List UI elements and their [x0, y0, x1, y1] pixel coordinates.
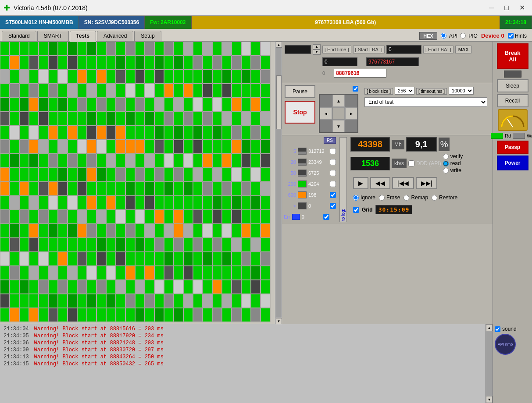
- end-time-input[interactable]: [285, 45, 311, 54]
- start-lba-input[interactable]: [386, 45, 421, 54]
- nav-left[interactable]: ◄: [320, 107, 332, 120]
- speed-count-5: 312712: [308, 148, 328, 154]
- kbs-unit: kb/s: [392, 159, 407, 168]
- sound-checkbox[interactable]: [495, 326, 500, 332]
- log-scroll-track[interactable]: [486, 331, 493, 396]
- ignore-radio[interactable]: [353, 195, 359, 201]
- tab-tests[interactable]: Tests: [70, 31, 96, 42]
- log-scrollbar[interactable]: ▲ ▼: [486, 324, 493, 403]
- device-bar: ST500LM012 HN-M500MBB SN: S2SVJ9DC500356…: [0, 16, 532, 29]
- end-of-test-select[interactable]: End of test Ignore errors Stop on error …: [364, 97, 487, 107]
- speed-rows: RS 5 312712 20: [284, 137, 336, 222]
- block-size-select[interactable]: 64128256512: [395, 87, 414, 95]
- log-time: 21:34:09: [4, 347, 29, 353]
- tab-advanced[interactable]: Advanced: [97, 31, 133, 41]
- write-radio[interactable]: [443, 168, 449, 173]
- recall-button[interactable]: Recall: [497, 94, 528, 107]
- scan-scrollbar[interactable]: ▲ ▼: [275, 42, 282, 324]
- nav-down[interactable]: ▼: [332, 120, 345, 132]
- speed-count-gt: 0: [308, 203, 328, 209]
- erase-radio[interactable]: [379, 195, 385, 201]
- speed-check-5[interactable]: [330, 148, 336, 154]
- err-check[interactable]: [323, 214, 329, 220]
- stop-button[interactable]: Stop: [285, 101, 315, 124]
- lba-top-row: ▲ ▼ [ End time ] [ Start LBA: ] [ End LB…: [285, 44, 490, 55]
- max-button[interactable]: MAX: [455, 46, 472, 53]
- rewind-button[interactable]: ◀◀: [370, 177, 390, 189]
- hints-checkbox[interactable]: [508, 33, 514, 39]
- speed-check-20[interactable]: [330, 159, 336, 165]
- speed-check-600[interactable]: [330, 192, 336, 198]
- scroll-track[interactable]: [276, 48, 282, 318]
- minimize-button[interactable]: ─: [486, 3, 497, 13]
- fw-value: 2AR10002: [161, 19, 186, 25]
- log-entry: 21:34:15Warning! Block start at 88850432…: [4, 361, 482, 367]
- read-radio[interactable]: [443, 161, 449, 166]
- current-lba-input[interactable]: [334, 69, 386, 78]
- speed-label-5: 5: [284, 148, 296, 154]
- verify-radio[interactable]: [443, 154, 449, 159]
- tab-standard[interactable]: Standard: [2, 31, 36, 41]
- log-time: 21:34:06: [4, 340, 29, 346]
- power-button[interactable]: Power: [497, 156, 528, 170]
- speed-check-gt[interactable]: [330, 203, 336, 209]
- speed-check-50[interactable]: [330, 170, 336, 176]
- speed-fill-600: [298, 192, 306, 198]
- scroll-thumb[interactable]: [276, 75, 282, 129]
- restore-radio[interactable]: [432, 195, 437, 201]
- speed-count-600: 198: [308, 192, 328, 198]
- stats-section: RS 5 312712 20: [282, 135, 493, 224]
- tab-smart[interactable]: SMART: [37, 31, 69, 41]
- nav-center[interactable]: [332, 107, 345, 120]
- grid-checkbox[interactable]: [353, 207, 359, 213]
- pio-radio[interactable]: [460, 33, 466, 39]
- radio-ops: verify read write: [443, 153, 463, 173]
- ddd-row: DDD (API): [408, 160, 441, 166]
- pio-label: PIO: [468, 33, 478, 39]
- log-entry: 21:34:13Warning! Block start at 88843264…: [4, 354, 482, 360]
- skip-prev-button[interactable]: |◀◀: [392, 177, 414, 189]
- lba-current-row: 0: [285, 69, 490, 78]
- log-scroll-down[interactable]: ▼: [486, 396, 493, 403]
- speed-bar-5: [298, 148, 307, 155]
- nav-up[interactable]: ▲: [332, 95, 345, 107]
- sleep-button[interactable]: Sleep: [497, 79, 528, 92]
- skip-next-button[interactable]: ▶▶|: [416, 177, 438, 189]
- tab-setup[interactable]: Setup: [134, 31, 161, 41]
- nav-right[interactable]: ►: [345, 107, 357, 120]
- remap-radio[interactable]: [403, 195, 409, 201]
- log-message: Warning! Block start at 88815616 = 203 m…: [34, 326, 164, 332]
- api-radio[interactable]: [441, 33, 446, 39]
- log-time: 21:34:15: [4, 361, 29, 367]
- spinner-down[interactable]: ▼: [313, 49, 321, 55]
- speed-check-200[interactable]: [330, 181, 336, 187]
- end-lba-label: [ End LBA: ]: [423, 46, 453, 53]
- passp-button[interactable]: Passp: [497, 141, 528, 154]
- nav-checkbox[interactable]: [353, 86, 358, 92]
- err-indicator: [292, 214, 300, 220]
- log-scroll-up[interactable]: ▲: [486, 324, 493, 331]
- rs-button[interactable]: RS: [324, 137, 336, 144]
- speed-bar-gt: [298, 202, 307, 209]
- current-pos-input[interactable]: [322, 57, 357, 66]
- timeout-select[interactable]: 100050001000030000: [449, 87, 474, 95]
- break-all-button[interactable]: Break All: [497, 43, 528, 69]
- end-lba-input[interactable]: [366, 57, 419, 66]
- right-log-panel: sound API nmb: [493, 324, 532, 403]
- pct-unit: %: [439, 138, 450, 151]
- scan-panel: ▲ ▼: [0, 42, 282, 324]
- ddd-checkbox[interactable]: [408, 160, 414, 166]
- log-message: Warning! Block start at 88850432 = 265 m…: [34, 361, 164, 367]
- hex-button[interactable]: HEX: [419, 32, 437, 40]
- scroll-up-button[interactable]: ▲: [276, 42, 282, 48]
- spinner-up[interactable]: ▲: [313, 44, 321, 49]
- maximize-button[interactable]: □: [501, 3, 512, 13]
- pause-stop-col: Pause Stop: [285, 85, 315, 124]
- sound-label: sound: [502, 326, 517, 332]
- scroll-down-button[interactable]: ▼: [276, 318, 282, 324]
- right-area: ▲ ▼ [ End time ] [ Start LBA: ] [ End LB…: [282, 42, 532, 324]
- pause-button[interactable]: Pause: [285, 85, 315, 98]
- close-button[interactable]: ✕: [516, 3, 528, 13]
- to-log-label[interactable]: to log:: [339, 137, 347, 222]
- play-button[interactable]: ▶: [353, 177, 368, 189]
